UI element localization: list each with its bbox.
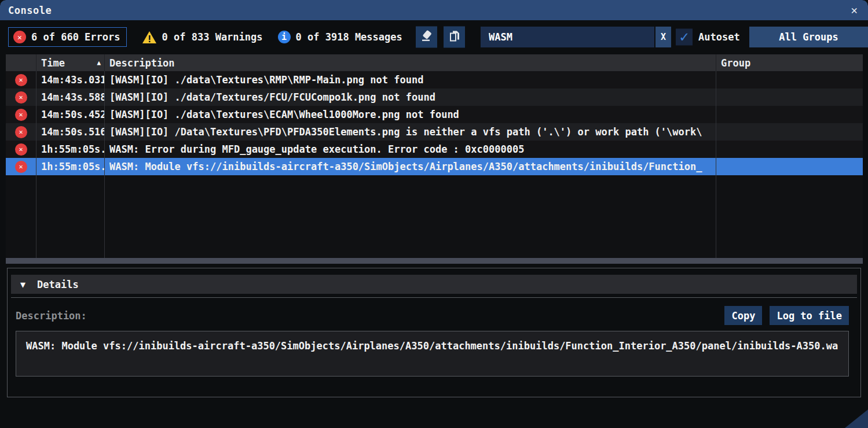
sort-ascending-icon: ▲ — [97, 59, 101, 67]
row-time: 1h:55m:05s. — [36, 158, 105, 175]
table-row[interactable]: ✕ 14m:43s.588 [WASM][IO] ./data/Textures… — [6, 88, 863, 106]
header-group-column[interactable]: Group — [716, 54, 863, 71]
search-clear-button[interactable]: X — [655, 27, 671, 47]
log-to-file-button[interactable]: Log to file — [770, 306, 849, 325]
header-icon-column[interactable] — [6, 54, 36, 71]
table-row[interactable]: ✕ 14m:50s.452 [WASM][IO] ./data\Textures… — [6, 106, 863, 123]
table-row[interactable]: ✕ 1h:55m:05s. WASM: Module vfs://inibuil… — [6, 158, 863, 175]
error-icon: ✕ — [15, 126, 27, 138]
row-time: 14m:50s.452 — [36, 106, 105, 123]
error-icon: ✕ — [15, 74, 27, 86]
info-icon: i — [278, 31, 291, 43]
row-description: WASM: Module vfs://inibuilds-aircraft-a3… — [105, 158, 716, 175]
search-input[interactable] — [481, 27, 654, 47]
search-bar: X — [481, 27, 671, 47]
row-description: [WASM][IO] ./data\Textures\ECAM\Wheel100… — [105, 106, 716, 123]
console-window: { "window": { "title": "Console", "close… — [0, 0, 868, 428]
description-label: Description: — [16, 310, 87, 322]
warnings-count-label: 0 of 833 Warnings — [162, 31, 263, 43]
error-icon: ✕ — [15, 91, 27, 104]
details-separator — [11, 297, 857, 298]
table-body: ✕ 14m:43s.031 [WASM][IO] ./data\Textures… — [6, 71, 863, 175]
table-empty-area — [6, 175, 863, 258]
row-group — [716, 158, 863, 175]
copy-pages-icon — [448, 29, 461, 45]
details-title: Details — [37, 279, 79, 290]
details-buttons: Copy Log to file — [724, 306, 849, 325]
error-icon: ✕ — [13, 31, 26, 43]
error-icon: ✕ — [15, 161, 27, 173]
messages-count-label: 0 of 3918 Messages — [296, 31, 402, 43]
autoset-label: Autoset — [698, 31, 740, 43]
table-row[interactable]: ✕ 14m:50s.516 [WASM][IO] /Data\Textures\… — [6, 123, 863, 141]
window-title: Console — [8, 5, 52, 16]
details-header[interactable]: ▼ Details — [11, 275, 857, 294]
autoset-checkbox[interactable]: ✓ — [676, 29, 693, 46]
checkmark-icon: ✓ — [680, 28, 689, 43]
row-time: 14m:50s.516 — [36, 123, 105, 141]
row-group — [716, 141, 863, 158]
errors-count-label: 6 of 660 Errors — [31, 31, 120, 43]
row-time: 14m:43s.588 — [36, 88, 105, 106]
toolbar: ✕ 6 of 660 Errors 0 of 833 Warnings i 0 … — [0, 20, 868, 54]
row-description: [WASM][IO] ./data\Textures\RMP\RMP-Main.… — [105, 71, 716, 88]
row-description: WASM: Error during MFD_gauge_update exec… — [105, 141, 716, 158]
time-column-label: Time — [41, 57, 65, 69]
horizontal-scrollbar[interactable] — [6, 258, 863, 264]
title-bar[interactable]: Console ✕ — [0, 0, 868, 20]
log-table: Time ▲ Description Group ✕ 14m:43s.031 [… — [6, 54, 863, 264]
description-column-label: Description — [109, 57, 175, 69]
table-row[interactable]: ✕ 1h:55m:05s. WASM: Error during MFD_gau… — [6, 141, 863, 158]
description-text-box[interactable]: WASM: Module vfs://inibuilds-aircraft-a3… — [16, 331, 849, 377]
row-group — [716, 106, 863, 123]
warning-icon — [142, 31, 157, 44]
row-group — [716, 71, 863, 88]
header-time-column[interactable]: Time ▲ — [36, 54, 105, 71]
details-description-row: Description: Copy Log to file — [16, 306, 849, 325]
table-header: Time ▲ Description Group — [6, 54, 863, 71]
filter-group: ✕ 6 of 660 Errors 0 of 833 Warnings i 0 … — [8, 27, 402, 47]
collapse-triangle-icon[interactable]: ▼ — [20, 279, 25, 290]
resize-grip[interactable] — [845, 409, 868, 428]
clear-console-button[interactable] — [416, 27, 437, 48]
warnings-filter-button[interactable]: 0 of 833 Warnings — [142, 31, 263, 44]
messages-filter-button[interactable]: i 0 of 3918 Messages — [278, 31, 402, 43]
errors-filter-button[interactable]: ✕ 6 of 660 Errors — [8, 27, 127, 47]
eraser-icon — [420, 29, 433, 45]
group-column-label: Group — [721, 57, 750, 69]
row-time: 14m:43s.031 — [36, 71, 105, 88]
details-panel: ▼ Details Description: Copy Log to file … — [7, 268, 861, 397]
error-icon: ✕ — [15, 109, 27, 121]
copy-button[interactable]: Copy — [724, 306, 762, 325]
row-group — [716, 123, 863, 141]
table-row[interactable]: ✕ 14m:43s.031 [WASM][IO] ./data\Textures… — [6, 71, 863, 88]
header-description-column[interactable]: Description — [105, 54, 716, 71]
close-icon[interactable]: ✕ — [849, 3, 860, 17]
row-time: 1h:55m:05s. — [36, 141, 105, 158]
row-group — [716, 88, 863, 106]
copy-log-button[interactable] — [444, 27, 465, 48]
row-description: [WASM][IO] /Data\Textures\PFD\PFDA350Ele… — [105, 123, 716, 141]
row-description: [WASM][IO] ./data/Textures/FCU/FCUCompo1… — [105, 88, 716, 106]
error-icon: ✕ — [15, 143, 27, 156]
all-groups-dropdown[interactable]: All Groups — [749, 27, 868, 47]
